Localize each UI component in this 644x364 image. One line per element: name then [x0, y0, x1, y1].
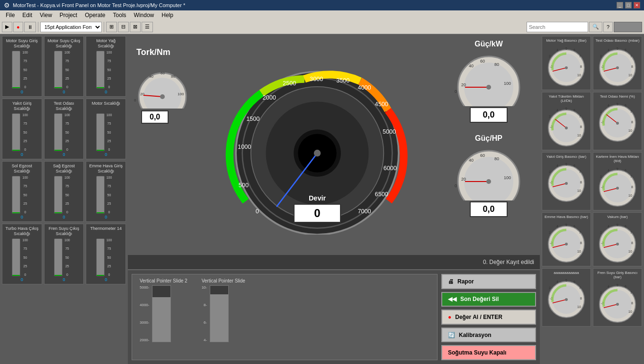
svg-text:5: 5 — [565, 163, 567, 166]
thermo-labels-9: 100 75 50 25 0 — [22, 238, 28, 276]
minimize-button[interactable]: _ — [617, 2, 623, 9]
svg-text:6: 6 — [573, 225, 575, 228]
right-gauge-label-3: Test Odası Nemi (%) — [595, 94, 640, 99]
align-button[interactable]: ⊞ — [106, 22, 117, 32]
devir-display: 0 — [294, 204, 341, 223]
title-bar: ⚙ MotorTest - Kopya.vi Front Panel on Mo… — [0, 0, 644, 10]
slider1-track[interactable] — [152, 285, 171, 342]
slider1-tick-2000: 2000- — [140, 338, 149, 342]
search-button[interactable]: 🔍 — [589, 22, 602, 32]
thermo-9 — [12, 238, 20, 276]
menu-operate[interactable]: Operate — [81, 12, 109, 18]
svg-text:8: 8 — [631, 120, 633, 124]
svg-point-148 — [616, 243, 619, 246]
thermo-labels-2: 100 75 50 25 0 — [107, 51, 112, 89]
right-gauge-4: Yakıt Giriş Basıncı (bar) -2 2 4 5 6 7 8… — [542, 152, 591, 210]
slider1-tick-5000: 5000- — [140, 285, 149, 290]
svg-text:7000: 7000 — [358, 208, 371, 215]
deger-al-button[interactable]: ● Değer Al / ENTER — [441, 309, 536, 325]
slider2-tick-6: 6- — [202, 320, 207, 325]
son-degeri-sil-button[interactable]: ◀◀ Son Değeri Sil — [441, 292, 536, 307]
svg-text:7: 7 — [579, 170, 581, 173]
svg-text:40: 40 — [469, 64, 474, 68]
svg-text:2: 2 — [549, 55, 551, 58]
menu-window[interactable]: Window — [130, 12, 158, 18]
sensor-label-5: Motor Sıcaklığı — [88, 101, 124, 112]
svg-text:2: 2 — [600, 291, 602, 294]
slider2-tick-10: 10- — [202, 285, 207, 290]
svg-point-88 — [565, 127, 568, 129]
slider-area: Vertical Pointer Slide 2 5000- 4000- 300… — [132, 274, 438, 360]
thermo-labels-11: 100 75 50 25 0 — [107, 238, 112, 276]
slider1-tick-3000: 3000- — [140, 320, 149, 325]
sensor-value-9: 0 — [4, 277, 40, 282]
svg-text:8: 8 — [580, 181, 582, 184]
sensor-item-6: Sol Egzost Sıcaklığı 100 75 50 25 0 0 — [2, 161, 42, 222]
menu-edit[interactable]: Edit — [18, 12, 36, 18]
back-icon: ◀◀ — [448, 296, 456, 302]
svg-text:2: 2 — [549, 170, 551, 173]
right-gauge-svg-3: -2 2 4 5 6 7 8 10 — [596, 100, 639, 142]
thermo-fill-3 — [12, 150, 20, 151]
thermo-2 — [96, 51, 105, 89]
gauge-area: Tork/Nm 20 40 60 80 — [128, 34, 540, 255]
printer-icon: 🖨 — [448, 278, 454, 285]
svg-text:4: 4 — [556, 48, 558, 52]
menu-file[interactable]: File — [2, 12, 18, 18]
right-gauge-8: aaaaaaaaaaaa -2 2 4 5 6 7 8 10 — [542, 268, 591, 327]
sogutma-suyu-button[interactable]: Soğutma Suyu Kapalı — [441, 345, 536, 360]
reorder-button[interactable]: ☰ — [142, 22, 153, 32]
thermo-labels-10: 100 75 50 25 0 — [64, 238, 70, 276]
rapor-button[interactable]: 🖨 Rapor — [441, 274, 536, 289]
svg-text:7: 7 — [630, 231, 632, 234]
help-button[interactable]: ? — [603, 22, 613, 32]
sensor-value-7: 0 — [46, 215, 82, 219]
menu-view[interactable]: View — [36, 12, 56, 18]
menu-project[interactable]: Project — [56, 12, 81, 18]
window-title: MotorTest - Kopya.vi Front Panel on Moto… — [13, 2, 185, 8]
sensor-label-2: Motor Yağ Sıcaklığı — [88, 38, 124, 50]
menu-tools[interactable]: Tools — [109, 12, 130, 18]
svg-text:7: 7 — [579, 115, 581, 118]
svg-text:5: 5 — [565, 279, 567, 282]
svg-text:5000: 5000 — [383, 128, 396, 135]
sensor-label-10: Fren Suyu Çıkış Sıcaklığı — [46, 226, 82, 237]
svg-text:8: 8 — [580, 65, 582, 68]
svg-text:10: 10 — [577, 305, 581, 309]
right-gauge-svg-6: -2 2 4 5 6 7 8 10 — [545, 220, 588, 263]
slider1-tick-4000: 4000- — [140, 303, 149, 307]
svg-text:6500: 6500 — [375, 191, 388, 198]
svg-text:4: 4 — [556, 280, 558, 283]
search-input[interactable] — [527, 22, 588, 32]
menu-help[interactable]: Help — [158, 12, 177, 18]
maximize-button[interactable]: □ — [625, 2, 632, 9]
run-button[interactable]: ▶ — [2, 22, 12, 32]
thermo-10 — [54, 238, 63, 276]
svg-text:5: 5 — [565, 223, 567, 227]
svg-text:10: 10 — [628, 250, 632, 253]
right-gauge-6: Emme Hava Basıncı (bar) -2 2 4 5 6 7 8 1… — [542, 212, 591, 266]
svg-text:60: 60 — [161, 71, 165, 75]
svg-text:0: 0 — [455, 89, 457, 94]
close-button[interactable]: ✕ — [634, 2, 640, 9]
slider2-track[interactable] — [210, 285, 229, 342]
stop-button[interactable]: ● — [13, 22, 23, 32]
svg-point-76 — [616, 66, 619, 69]
right-gauge-label-2: Yakıt Tüketim Miktarı (Lt/Dk) — [544, 94, 589, 103]
sensor-item-0: Motor Suyu Giriş Sıcaklığı 100 75 50 25 … — [2, 36, 42, 97]
distribute-button[interactable]: ⊟ — [118, 22, 129, 32]
thermo-labels-5: 100 75 50 25 0 — [107, 113, 112, 151]
resize-button[interactable]: ⊠ — [130, 22, 141, 32]
pause-button[interactable]: ⏸ — [24, 22, 36, 32]
svg-text:4: 4 — [608, 285, 609, 288]
right-gauge-svg-8: -2 2 4 5 6 7 8 10 — [545, 276, 588, 318]
svg-point-31 — [314, 150, 321, 156]
font-select[interactable]: 15pt Application Font — [40, 22, 102, 32]
svg-text:10: 10 — [628, 194, 632, 197]
kalibrasyon-button[interactable]: 🔄 Kalibrasyon — [441, 328, 536, 343]
sensor-value-3: 0 — [4, 152, 40, 157]
svg-text:100: 100 — [178, 92, 184, 96]
svg-text:2: 2 — [549, 115, 551, 118]
svg-text:80: 80 — [171, 74, 175, 79]
slider1-group: Vertical Pointer Slide 2 5000- 4000- 300… — [140, 278, 188, 342]
